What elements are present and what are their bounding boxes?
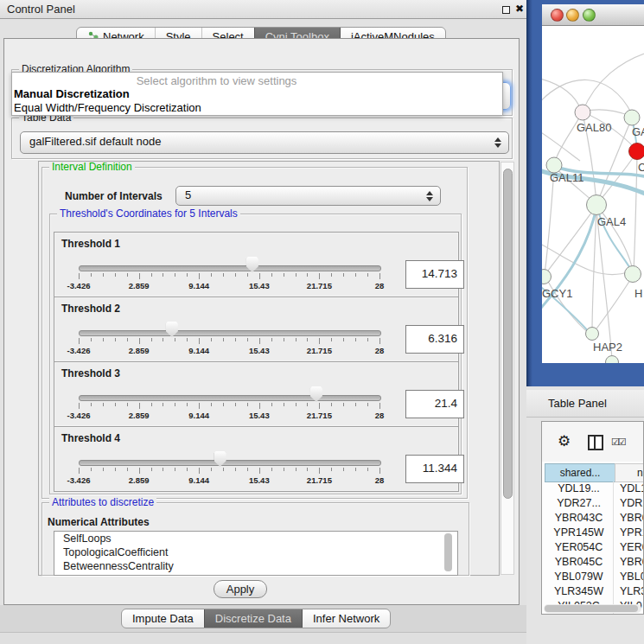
- node-table: ⚙ ☑☑ shared...name YDL19...YDL1YDR27...Y…: [541, 421, 644, 615]
- slider-tick: [235, 468, 236, 471]
- slider-tick: [103, 468, 104, 471]
- threshold-rows: Threshold 1-3.4262.8599.14415.4321.71528…: [54, 232, 457, 491]
- threshold-value-field[interactable]: 11.344: [405, 455, 464, 483]
- cell-shared-name[interactable]: YBR045C: [545, 555, 614, 570]
- zoom-traffic-light-icon[interactable]: [583, 9, 596, 22]
- slider-tick: [296, 273, 296, 277]
- network-edge[interactable]: [595, 276, 633, 331]
- table-row[interactable]: YPR145WYPR1: [545, 526, 644, 540]
- table-hscrollbar-thumb[interactable]: [545, 605, 638, 612]
- slider-tick: [115, 403, 116, 406]
- slider-tick: [199, 403, 200, 409]
- network-node[interactable]: [606, 356, 619, 364]
- table-data-combobox[interactable]: galFiltered.sif default node: [20, 131, 509, 154]
- table-row[interactable]: YBR043CYBR0: [545, 511, 644, 526]
- cell-name[interactable]: YER0: [620, 540, 644, 555]
- slider-tick: [235, 273, 236, 277]
- network-edge[interactable]: [542, 78, 581, 110]
- slider-tick: [271, 338, 272, 341]
- table-row[interactable]: YLR345WYLR3: [545, 584, 644, 599]
- network-edge[interactable]: [542, 130, 580, 161]
- threshold-value-field[interactable]: 21.4: [405, 390, 464, 418]
- dropdown-option-manual-discretization[interactable]: Manual Discretization: [12, 87, 502, 101]
- attribute-item-betweennesscentrality[interactable]: BetweennessCentrality: [54, 559, 457, 573]
- cell-name[interactable]: YBR0: [620, 511, 644, 526]
- table-row[interactable]: YBL079WYBL0: [545, 570, 644, 584]
- tab-infer-network[interactable]: Infer Network: [302, 609, 390, 628]
- table-row[interactable]: YDL19...YDL1: [545, 481, 644, 496]
- threshold-value-field[interactable]: 6.316: [405, 325, 464, 354]
- cell-shared-name[interactable]: YDL19...: [545, 481, 614, 496]
- slider-tick: [343, 338, 344, 341]
- cell-shared-name[interactable]: YDR27...: [545, 496, 614, 511]
- dropdown-option-equal-width-frequency-discretization[interactable]: Equal Width/Frequency Discretization: [12, 101, 502, 115]
- cell-name[interactable]: YBR0: [620, 555, 644, 570]
- float-window-icon[interactable]: [502, 6, 510, 14]
- cell-shared-name[interactable]: YBL079W: [545, 570, 614, 584]
- tab-discretize-data[interactable]: Discretize Data: [204, 609, 302, 628]
- table-row[interactable]: YDR27...YDR2: [545, 496, 644, 511]
- attribute-item-selfloops[interactable]: SelfLoops: [54, 532, 457, 545]
- table-row[interactable]: YBR045CYBR0: [545, 555, 644, 570]
- network-edge[interactable]: [545, 169, 554, 274]
- cell-name[interactable]: YPR1: [620, 526, 644, 540]
- minimize-traffic-light-icon[interactable]: [566, 9, 579, 22]
- network-edge[interactable]: [542, 242, 630, 275]
- network-node[interactable]: [542, 270, 552, 284]
- cell-name[interactable]: YBL0: [620, 570, 644, 584]
- table-row[interactable]: YER054CYER0: [545, 540, 644, 555]
- slider-tick: [307, 273, 308, 277]
- slider-tick: [284, 468, 284, 471]
- threshold-slider-track[interactable]: [79, 460, 381, 466]
- threshold-slider-track[interactable]: [79, 330, 381, 336]
- network-canvas[interactable]: GAL80GACGAL11GAL4GCY1HHAP2: [542, 26, 644, 363]
- cell-shared-name[interactable]: YBR043C: [545, 511, 614, 526]
- network-edge[interactable]: [634, 154, 637, 271]
- column-header-shared[interactable]: shared...: [545, 463, 615, 482]
- control-panel-title: Control Panel: [7, 3, 75, 16]
- slider-tick: [367, 273, 368, 277]
- cell-shared-name[interactable]: YPR145W: [545, 526, 614, 540]
- network-node[interactable]: [625, 266, 641, 283]
- slider-tick: [343, 468, 344, 471]
- node-label-h: H: [634, 287, 642, 300]
- apply-button[interactable]: Apply: [214, 580, 267, 598]
- network-node[interactable]: [587, 195, 607, 215]
- slider-tick: [115, 468, 116, 471]
- tab-impute-data[interactable]: Impute Data: [122, 609, 204, 628]
- network-node[interactable]: [624, 110, 640, 125]
- slider-tick: [284, 403, 284, 406]
- close-traffic-light-icon[interactable]: [551, 9, 564, 22]
- gear-icon[interactable]: ⚙: [558, 432, 571, 450]
- network-node[interactable]: [575, 105, 590, 120]
- cell-shared-name[interactable]: YLR345W: [545, 584, 614, 599]
- network-edge[interactable]: [599, 153, 636, 201]
- network-node[interactable]: [629, 143, 644, 160]
- cell-shared-name[interactable]: YER054C: [545, 540, 614, 555]
- number-of-intervals-combobox[interactable]: 5: [175, 186, 441, 206]
- slider-tick: [211, 273, 212, 277]
- select-columns-icon[interactable]: ☑☑: [611, 437, 625, 448]
- attributes-list-scrollbar-thumb[interactable]: [444, 533, 452, 571]
- network-edge[interactable]: [545, 207, 596, 274]
- threshold-value-field[interactable]: 14.713: [405, 260, 464, 289]
- slider-tick: [367, 403, 368, 406]
- threshold-slider-track[interactable]: [79, 395, 381, 401]
- column-manager-icon[interactable]: [588, 435, 603, 450]
- column-header-name[interactable]: name: [615, 463, 644, 482]
- network-node[interactable]: [586, 328, 599, 341]
- network-edge[interactable]: [596, 208, 612, 360]
- close-icon[interactable]: ✖: [515, 3, 524, 15]
- cell-name[interactable]: YLR3: [620, 584, 644, 599]
- network-edge[interactable]: [583, 52, 644, 112]
- slider-tick: [187, 273, 188, 277]
- cell-name[interactable]: YDR2: [620, 496, 644, 511]
- attribute-item-topologicalcoefficient[interactable]: TopologicalCoefficient: [54, 545, 457, 559]
- slider-tick: [163, 403, 163, 406]
- cell-name[interactable]: YDL1: [620, 481, 644, 496]
- threshold-slider-track[interactable]: [79, 265, 381, 271]
- vertical-scrollbar-thumb[interactable]: [503, 169, 513, 499]
- slider-tick: [91, 273, 92, 277]
- network-edge[interactable]: [592, 208, 596, 331]
- numerical-attributes-list: SelfLoopsTopologicalCoefficientBetweenne…: [54, 531, 458, 576]
